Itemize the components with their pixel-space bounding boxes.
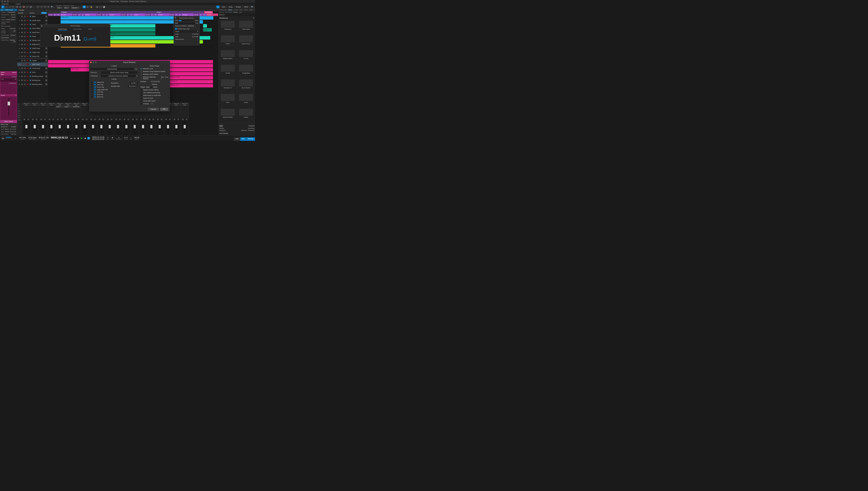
mute-button[interactable]: M — [99, 118, 101, 120]
chord-cell[interactable]: G♭m9 — [73, 13, 78, 16]
monitor-button[interactable]: ◉ — [29, 47, 31, 50]
arrow-tool-icon[interactable]: ↖ — [1, 5, 4, 8]
clip[interactable] — [109, 44, 155, 48]
sample-rate[interactable]: 44.1 kHz — [19, 137, 26, 139]
solo-button[interactable]: S — [127, 118, 129, 120]
fader-handle[interactable] — [92, 125, 94, 128]
solo-button[interactable]: S — [119, 118, 121, 120]
eraser-tool-icon[interactable]: ⌫ — [15, 5, 19, 8]
monitor-button[interactable]: ◉ — [29, 83, 31, 85]
pencil-tool-icon[interactable]: ✎ — [12, 5, 15, 8]
solo-button[interactable]: S — [24, 16, 26, 18]
tempo[interactable]: 145.00 — [134, 137, 139, 139]
location-path[interactable]: /Volumes/Data — [90, 68, 134, 70]
mute-button[interactable]: M — [74, 118, 76, 120]
tab-files[interactable]: Files — [239, 9, 243, 11]
mono-check[interactable] — [151, 86, 153, 88]
automation-icon[interactable]: ⋮⋮ — [99, 5, 102, 8]
mute-button[interactable]: M — [82, 118, 84, 120]
record-arm-button[interactable]: ● — [27, 39, 29, 41]
click-label[interactable]: Click — [111, 138, 114, 140]
write-tempo-check[interactable] — [140, 94, 142, 96]
tab-shop[interactable]: Shop — [249, 9, 254, 11]
flac-label[interactable]: FLAC File — [97, 86, 104, 88]
arranger-menu-icon[interactable]: ♪ — [46, 9, 47, 11]
snap-toggle-icon[interactable]: ⊞ — [83, 5, 86, 8]
chord-cell[interactable]: E♭ — [102, 13, 106, 16]
channel-strip[interactable]: Input L+RMainMojito 2MSAuto: Off7Bass — [56, 103, 64, 140]
solo-button[interactable]: S — [35, 118, 38, 120]
delay-value[interactable]: 0.00 ms — [9, 28, 16, 29]
record-arm-button[interactable]: ● — [27, 23, 29, 26]
chord-cell[interactable]: E♭ — [127, 13, 130, 16]
clip[interactable] — [203, 24, 207, 28]
between-selected-label[interactable]: Between Selected Markers — [143, 76, 160, 80]
track-wave-icon[interactable]: ~ — [45, 20, 47, 22]
selected-range-dropdown[interactable]: Start - Drop 1 — [161, 76, 168, 80]
mute-button[interactable]: M — [21, 79, 23, 81]
solo-button[interactable]: S — [24, 39, 26, 41]
loop-button[interactable]: ⟲ — [87, 137, 90, 140]
publishing-select[interactable]: Upload to PreSonus Sphere — [101, 75, 136, 77]
fader-handle[interactable] — [184, 125, 186, 128]
follow-button[interactable]: Follow — [41, 12, 47, 14]
dropout-select[interactable]: Minimum — [188, 25, 194, 27]
timestretch-value[interactable]: Drums — [9, 14, 16, 16]
chord-cell[interactable]: E♭ — [78, 13, 81, 16]
plugin-item[interactable]: Spectrum Meter — [219, 109, 237, 122]
tab-input-chord[interactable]: Input Chord — [73, 28, 82, 31]
mute-button[interactable]: M — [23, 118, 26, 120]
performance-monitor[interactable]: Performance Monitor CPU18 % Disc0 % Drop… — [173, 16, 200, 46]
resolution-select[interactable]: 24 Bit ▾ — [130, 82, 137, 84]
split-tool-icon[interactable]: ✂ — [8, 5, 11, 8]
fader-handle[interactable] — [125, 125, 128, 128]
autoscroll-icon[interactable]: ⟳ — [47, 5, 50, 8]
mute-button[interactable]: M — [21, 20, 23, 22]
ogg-label[interactable]: Ogg Vorbis File — [97, 89, 108, 90]
close-icon[interactable] — [41, 25, 43, 27]
sort-folder[interactable]: Folder — [228, 11, 233, 13]
solo-button[interactable]: S — [136, 118, 138, 120]
perf-label[interactable]: Performance — [5, 138, 12, 139]
sync-label[interactable]: Sync — [106, 138, 109, 140]
lock-icon[interactable]: 🔒 — [89, 5, 93, 8]
between-markers-radio[interactable] — [140, 71, 142, 72]
solo-button[interactable]: S — [94, 118, 96, 120]
solo-button[interactable]: S — [24, 63, 26, 65]
bend-tool-icon[interactable]: ↗ — [26, 5, 29, 8]
clip[interactable]: Backing stereo — [170, 84, 213, 87]
caf-label[interactable]: CAF File — [97, 91, 103, 93]
monitor-button[interactable]: ◉ — [29, 79, 31, 81]
mute-button[interactable]: M — [21, 31, 23, 33]
redo-icon[interactable]: ↷ — [40, 5, 43, 8]
mute-button[interactable]: M — [107, 118, 109, 120]
mix-view-button[interactable]: Mix — [240, 137, 246, 141]
between-loop-label[interactable]: Between Loop — [143, 68, 153, 69]
monitor-button[interactable]: ◉ — [29, 23, 31, 26]
mute-button[interactable]: M — [21, 55, 23, 57]
chord-cell[interactable]: D♭ — [57, 13, 61, 16]
mute-button[interactable]: M — [182, 118, 184, 120]
event-fx-enable[interactable]: Enable — [11, 126, 16, 128]
project-page-link[interactable]: Project — [235, 6, 242, 8]
mute-button[interactable]: M — [21, 27, 23, 29]
mute-button[interactable]: M — [21, 35, 23, 37]
paint-tool-icon[interactable]: 🖌 — [19, 5, 22, 8]
mixer-expand-icon[interactable]: ↗ — [18, 106, 22, 107]
overlap-label[interactable]: Overlap — [143, 103, 149, 105]
solo-button[interactable]: S — [24, 59, 26, 62]
follow-chords-value[interactable]: Off — [9, 30, 16, 34]
solo-button[interactable]: S — [186, 118, 188, 120]
solo-button[interactable]: S — [69, 118, 71, 120]
monitor-button[interactable]: ◉ — [29, 71, 31, 74]
mute-button[interactable]: M — [21, 75, 23, 77]
timesig[interactable]: 4 / 4 — [124, 137, 128, 139]
overlap-check[interactable] — [140, 103, 142, 105]
record-arm-button[interactable]: ● — [27, 55, 29, 57]
plugin-item[interactable]: RedlightDist — [238, 65, 255, 78]
fader-handle[interactable] — [42, 125, 44, 128]
mute-button[interactable]: M — [49, 118, 51, 120]
aiff-label[interactable]: AIFF File — [97, 84, 104, 86]
track-row[interactable]: 15MS●◉Glitch Flute~ — [17, 47, 48, 51]
time-bars[interactable]: 00041.03.02.12 — [51, 136, 68, 139]
